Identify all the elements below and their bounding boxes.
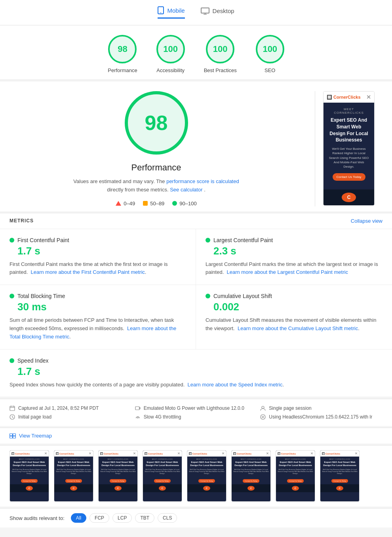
screenshots-section: 🔲 CornerClicks ✕ MEET CORNERCLICKS Exper… bbox=[0, 445, 392, 506]
chromium-item: Using HeadlessChromium 125.0.6422.175 wi… bbox=[260, 414, 382, 420]
ad-title: Expert SEO And Smart Web Design For Loca… bbox=[328, 117, 369, 143]
metric-fcp-header: First Contentful Paint bbox=[10, 237, 186, 243]
performance-description: Values are estimated and may vary. The p… bbox=[73, 178, 240, 194]
screenshot-8: 🔲 CornerClicks ✕ MEET CORNERCLICKS Exper… bbox=[320, 450, 360, 502]
screenshot-7: 🔲 CornerClicks ✕ MEET CORNERCLICKS Exper… bbox=[276, 450, 315, 502]
mobile-tab[interactable]: Mobile bbox=[158, 6, 185, 19]
metric-lcp-value: 2.3 s bbox=[213, 245, 382, 257]
fcp-learn-more-link[interactable]: Learn more about the First Contentful Pa… bbox=[31, 269, 145, 275]
seo-score: 100 bbox=[263, 44, 277, 54]
vertical-divider bbox=[315, 91, 315, 206]
mobile-tab-label: Mobile bbox=[167, 7, 185, 14]
throttling-item: Slow 4G throttling bbox=[135, 414, 257, 420]
screenshot-close: ✕ bbox=[44, 452, 47, 455]
clock-icon bbox=[10, 414, 15, 420]
best-practices-label: Best Practices bbox=[204, 67, 237, 73]
treemap-icon bbox=[10, 434, 16, 438]
metric-fcp-dot bbox=[10, 238, 14, 243]
legend-pass-range: 90–100 bbox=[179, 201, 196, 206]
ad-body: MEET CORNERCLICKS Expert SEO And Smart W… bbox=[323, 103, 374, 189]
seo-circle: 100 bbox=[256, 35, 284, 63]
metrics-header: METRICS Collapse view bbox=[0, 213, 392, 229]
seo-label: SEO bbox=[265, 67, 275, 73]
screenshot-1-header: 🔲 CornerClicks ✕ bbox=[10, 451, 49, 457]
screenshot-footer: C bbox=[10, 484, 49, 492]
ad-panel: 🔲 CornerClicks ✕ MEET CORNERCLICKS Exper… bbox=[319, 91, 382, 206]
metric-si-value: 1.7 s bbox=[17, 365, 382, 378]
cls-learn-more-link[interactable]: Learn more about the Cumulative Layout S… bbox=[238, 325, 358, 331]
big-score-value: 98 bbox=[145, 111, 168, 135]
screenshot-cta: Contact Us Today bbox=[21, 479, 38, 483]
ad-meet-text: MEET CORNERCLICKS bbox=[328, 107, 369, 115]
svg-rect-12 bbox=[13, 434, 16, 436]
screenshot-meet-text: MEET CORNERCLICKS bbox=[11, 458, 47, 460]
metric-cls: Cumulative Layout Shift 0.002 Cumulative… bbox=[196, 285, 392, 349]
desktop-tab[interactable]: Desktop bbox=[201, 8, 234, 18]
legend-pass: 90–100 bbox=[172, 201, 196, 206]
tbt-learn-more-link[interactable]: Learn more about the Total Blocking Time… bbox=[10, 325, 176, 340]
filter-fcp-button[interactable]: FCP bbox=[89, 513, 109, 523]
treemap-section: View Treemap bbox=[0, 428, 392, 443]
filter-lcp-button[interactable]: LCP bbox=[112, 513, 132, 523]
screenshot-footer-logo: C bbox=[26, 486, 33, 491]
svg-rect-5 bbox=[139, 407, 140, 409]
perf-score-link[interactable]: performance score is calculated bbox=[166, 178, 239, 184]
filter-tbt-button[interactable]: TBT bbox=[135, 513, 154, 523]
si-learn-more-link[interactable]: Learn more about the Speed Index metric bbox=[188, 382, 283, 388]
metric-si-header: Speed Index bbox=[10, 357, 382, 364]
throttling-text: Slow 4G throttling bbox=[144, 414, 181, 420]
screenshot-3: 🔲 CornerClicks ✕ MEET CORNERCLICKS Exper… bbox=[98, 450, 138, 502]
legend-fail: 0–49 bbox=[116, 201, 135, 206]
fail-triangle-icon bbox=[116, 201, 121, 206]
svg-rect-4 bbox=[135, 407, 139, 410]
screenshot-logo: 🔲 CornerClicks bbox=[11, 452, 30, 455]
ad-footer: C bbox=[323, 189, 374, 205]
score-legend: 0–49 50–89 90–100 bbox=[116, 201, 196, 206]
metric-cls-desc: Cumulative Layout Shift measures the mov… bbox=[206, 316, 382, 333]
svg-point-6 bbox=[262, 406, 264, 409]
score-card-best-practices: 100 Best Practices bbox=[204, 35, 237, 73]
desktop-icon bbox=[201, 8, 209, 15]
svg-point-10 bbox=[262, 416, 264, 418]
device-emulation-text: Emulated Moto G Power with Lighthouse 12… bbox=[144, 405, 244, 411]
session-item: Single page session bbox=[260, 405, 382, 411]
metrics-title: METRICS bbox=[10, 218, 34, 224]
metric-si-dot bbox=[10, 358, 14, 363]
svg-point-9 bbox=[261, 415, 265, 419]
capture-info-section: Captured at Jul 1, 2024, 8:52 PM PDT Emu… bbox=[0, 399, 392, 426]
perf-desc-text1: Values are estimated and may vary. The bbox=[73, 178, 166, 184]
best-practices-circle: 100 bbox=[206, 35, 234, 63]
ad-cta-button[interactable]: Contact Us Today bbox=[333, 173, 365, 181]
main-content: 98 Performance Values are estimated and … bbox=[0, 82, 392, 211]
average-square-icon bbox=[143, 201, 148, 206]
ad-close-button[interactable]: ✕ bbox=[366, 94, 371, 100]
svg-rect-11 bbox=[10, 434, 13, 436]
desktop-tab-label: Desktop bbox=[213, 8, 234, 14]
device-item: Emulated Moto G Power with Lighthouse 12… bbox=[135, 405, 257, 411]
metric-tbt-name: Total Blocking Time bbox=[17, 293, 65, 299]
metric-tbt-value: 30 ms bbox=[17, 301, 186, 313]
screenshots-row: 🔲 CornerClicks ✕ MEET CORNERCLICKS Exper… bbox=[10, 450, 360, 502]
svg-rect-13 bbox=[10, 436, 13, 438]
mobile-icon bbox=[158, 6, 164, 14]
page-load-text: Initial page load bbox=[18, 414, 51, 420]
filter-all-button[interactable]: All bbox=[71, 513, 86, 523]
filter-cls-button[interactable]: CLS bbox=[158, 513, 177, 523]
metric-tbt: Total Blocking Time 30 ms Sum of all tim… bbox=[0, 285, 196, 349]
see-calculator-link[interactable]: See calculator bbox=[170, 187, 202, 193]
user-icon bbox=[260, 405, 266, 411]
svg-rect-14 bbox=[13, 436, 16, 438]
view-treemap-label: View Treemap bbox=[19, 433, 52, 439]
collapse-view-button[interactable]: Collapse view bbox=[351, 218, 382, 224]
lcp-learn-more-link[interactable]: Learn more about the Largest Contentful … bbox=[227, 269, 348, 275]
capture-time-text: Captured at Jul 1, 2024, 8:52 PM PDT bbox=[18, 405, 99, 411]
big-score-circle: 98 bbox=[125, 91, 188, 155]
accessibility-circle: 100 bbox=[156, 35, 185, 63]
best-practices-score: 100 bbox=[213, 44, 228, 54]
metric-tbt-desc: Sum of all time periods between FCP and … bbox=[10, 316, 186, 341]
performance-title: Performance bbox=[131, 162, 181, 173]
screenshot-1: 🔲 CornerClicks ✕ MEET CORNERCLICKS Exper… bbox=[10, 450, 49, 502]
view-treemap-button[interactable]: View Treemap bbox=[10, 433, 382, 439]
metric-lcp-name: Largest Contentful Paint bbox=[213, 237, 273, 243]
score-card-performance: 98 Performance bbox=[108, 35, 137, 73]
